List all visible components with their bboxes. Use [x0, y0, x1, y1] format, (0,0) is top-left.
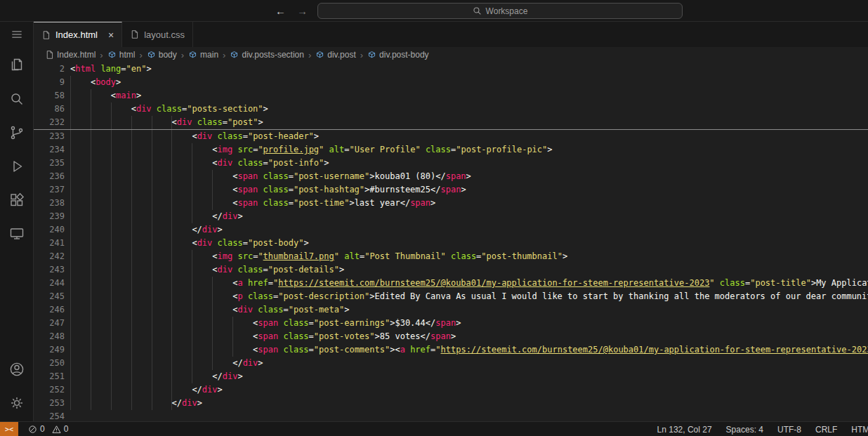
search-icon: [473, 6, 482, 15]
line-content: </div>: [70, 357, 263, 370]
line-content: <body>: [70, 76, 121, 89]
chevron-right-icon: ›: [308, 50, 311, 60]
indent-guides: [70, 89, 111, 103]
problems-status[interactable]: 0 0: [28, 424, 72, 434]
code-line[interactable]: 253</div>: [34, 397, 868, 410]
indent-guides: [70, 210, 212, 223]
code-line[interactable]: 248<span class="post-votes">85 votes</sp…: [34, 330, 868, 343]
sticky-line[interactable]: 9<body>: [34, 76, 868, 89]
editor[interactable]: 2<html lang="en">9<body>58<main>86<div c…: [34, 62, 868, 421]
sidebar-item-source-control[interactable]: [0, 117, 34, 151]
code-line[interactable]: 241<div class="post-body">: [34, 237, 868, 250]
sidebar-item-extensions[interactable]: [0, 185, 34, 218]
back-icon[interactable]: ←: [275, 5, 286, 17]
line-number: 2: [34, 62, 65, 76]
language-status[interactable]: HTML: [851, 425, 868, 435]
code-line[interactable]: 246<div class="post-meta">: [34, 303, 868, 317]
line-content: <p class="post-description">Edited By Ca…: [70, 290, 868, 303]
eol-status[interactable]: CRLF: [815, 425, 837, 435]
indent-guides: [70, 370, 212, 383]
line-content: </div>: [70, 223, 223, 237]
line-content: </div>: [70, 383, 223, 397]
code-line[interactable]: 252</div>: [34, 383, 868, 397]
tab-layout-css[interactable]: layout.css: [122, 22, 193, 47]
symbol-field-icon: [315, 51, 324, 60]
sticky-line[interactable]: 58<main>: [34, 89, 868, 103]
line-number: 249: [34, 343, 65, 357]
breadcrumb-item[interactable]: Index.html: [45, 50, 96, 60]
warning-icon: [52, 425, 61, 434]
code-line[interactable]: 236<span class="post-username">kouba01 (…: [34, 170, 868, 183]
line-number: 250: [34, 357, 65, 370]
code-line[interactable]: 250</div>: [34, 357, 868, 370]
sidebar-item-explorer[interactable]: [0, 50, 34, 84]
sidebar-item-run-debug[interactable]: [0, 151, 34, 185]
code-line[interactable]: 239</div>: [34, 210, 868, 223]
command-center-label: Workspace: [486, 6, 528, 16]
code-line[interactable]: 233<div class="post-header">: [34, 130, 868, 143]
code-line[interactable]: 240</div>: [34, 223, 868, 237]
code-line[interactable]: 254: [34, 410, 868, 421]
file-icon: [130, 29, 139, 39]
sidebar-item-remote-explorer[interactable]: [0, 218, 34, 252]
line-number: 246: [34, 303, 65, 317]
encoding-status[interactable]: UTF-8: [777, 425, 801, 435]
tab-index-html[interactable]: Index.html×: [34, 22, 122, 47]
code-area: 233<div class="post-header">234<img src=…: [34, 130, 868, 421]
vscode-window: ← → Workspace: [0, 0, 868, 436]
line-number: 242: [34, 250, 65, 263]
hamburger-icon: [10, 27, 24, 44]
breadcrumb-item[interactable]: main: [188, 50, 218, 60]
code-line[interactable]: 244<a href="https://steemit.com/burnstee…: [34, 277, 868, 290]
chevron-right-icon: ›: [360, 50, 363, 60]
code-line[interactable]: 235<div class="post-info">: [34, 157, 868, 170]
close-icon[interactable]: ×: [108, 29, 114, 41]
breadcrumb-item[interactable]: body: [147, 50, 177, 60]
code-line[interactable]: 243<div class="post-details">: [34, 263, 868, 277]
tab-label: Index.html: [55, 29, 98, 40]
indent-guides: [70, 237, 192, 250]
line-content: <span class="post-time">last year</span>: [70, 197, 435, 210]
line-number: 247: [34, 317, 65, 330]
breadcrumb-item[interactable]: div.post-body: [367, 50, 428, 60]
cursor-position-status[interactable]: Ln 132, Col 27: [657, 425, 712, 435]
code-line[interactable]: 245<p class="post-description">Edited By…: [34, 290, 868, 303]
breadcrumb-item[interactable]: div.post: [315, 50, 355, 60]
account-button[interactable]: [0, 354, 34, 388]
sticky-line[interactable]: 2<html lang="en">: [34, 62, 868, 76]
code-line[interactable]: 237<span class="post-hashtag">#burnsteem…: [34, 183, 868, 197]
gear-icon: [8, 395, 25, 414]
breadcrumb-item[interactable]: html: [107, 50, 136, 60]
status-right-items: Ln 132, Col 27 Spaces: 4 UTF-8 CRLF HTML: [657, 422, 868, 436]
line-number: 232: [34, 116, 65, 129]
search-icon: [8, 91, 25, 110]
sticky-line[interactable]: 86<div class="posts-section">: [34, 103, 868, 116]
sticky-line[interactable]: 232<div class="post">: [34, 116, 868, 129]
menu-button[interactable]: [0, 22, 34, 50]
remote-indicator[interactable]: ><: [0, 422, 18, 436]
breadcrumb-label: div.post-body: [379, 50, 428, 60]
line-content: <a href="https://steemit.com/burnsteem25…: [70, 277, 868, 290]
line-content: <span class="post-votes">85 votes</span>: [70, 330, 456, 343]
activity-bar: [0, 22, 34, 421]
tab-bar: Index.html×layout.css: [34, 22, 868, 47]
command-center-search[interactable]: Workspace: [317, 3, 683, 19]
code-line[interactable]: 247<span class="post-earnings">$30.44</s…: [34, 317, 868, 330]
breadcrumb-item[interactable]: div.posts-section: [230, 50, 303, 60]
code-line[interactable]: 234<img src="profile.jpg" alt="User Prof…: [34, 143, 868, 157]
indent-guides: [70, 303, 232, 317]
code-line[interactable]: 242<img src="thumbnail7.png" alt="Post T…: [34, 250, 868, 263]
sidebar-item-search[interactable]: [0, 84, 34, 117]
indent-guides: [70, 330, 253, 343]
forward-icon[interactable]: →: [297, 5, 308, 17]
warning-count: 0: [64, 424, 69, 434]
run-debug-icon: [8, 158, 25, 178]
settings-button[interactable]: [0, 388, 34, 421]
code-line[interactable]: 238<span class="post-time">last year</sp…: [34, 197, 868, 210]
line-content: <div class="post-details">: [70, 263, 344, 277]
indent-guides: [70, 197, 232, 210]
code-line[interactable]: 251</div>: [34, 370, 868, 383]
indentation-status[interactable]: Spaces: 4: [726, 425, 763, 435]
line-content: <span class="post-earnings">$30.44</span…: [70, 317, 461, 330]
code-line[interactable]: 249<span class="post-comments"><a href="…: [34, 343, 868, 357]
